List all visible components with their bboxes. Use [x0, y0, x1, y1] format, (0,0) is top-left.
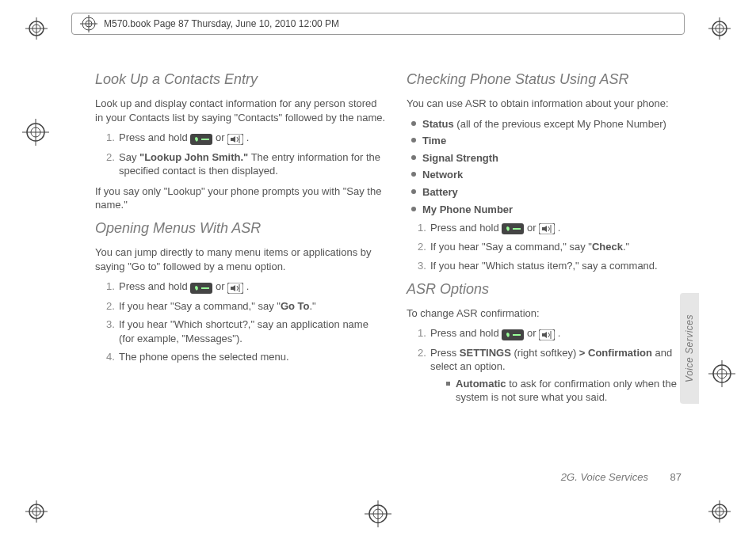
- list-number: 2.: [106, 299, 115, 314]
- list-item: 1. Press and hold or .: [106, 131, 386, 145]
- left-column: Look Up a Contacts Entry Look up and dis…: [95, 70, 386, 481]
- bold-text: "Lookup John Smith.": [139, 151, 248, 163]
- bullet-item: Signal Strength: [411, 151, 697, 165]
- list-number: 2.: [418, 346, 426, 360]
- list-item: 2. If you hear "Say a command," say "Che…: [418, 240, 697, 254]
- list-number: 2.: [418, 240, 426, 254]
- heading-lookup-contacts: Look Up a Contacts Entry: [95, 70, 386, 89]
- page-content: Look Up a Contacts Entry Look up and dis…: [95, 70, 697, 481]
- bold-text: Confirmation: [585, 347, 652, 359]
- para-lookup-intro: Look up and display contact information …: [95, 97, 386, 124]
- bold-text: Automatic: [456, 378, 506, 390]
- talk-key-icon: [502, 222, 524, 236]
- text: .: [246, 280, 250, 292]
- bullet-item: Status (all of the previous except My Ph…: [411, 117, 697, 131]
- text: If you hear "Say a command," say ": [430, 241, 592, 253]
- bold-text: Network: [422, 169, 463, 181]
- text: Press and hold: [430, 222, 502, 234]
- list-item: 2. If you hear "Say a command," say "Go …: [106, 299, 386, 314]
- text: The phone opens the selected menu.: [119, 351, 289, 363]
- list-number: 3.: [418, 259, 426, 273]
- bold-text: Check: [592, 241, 623, 253]
- list-number: 1.: [418, 326, 426, 340]
- speaker-key-icon: [227, 280, 243, 295]
- text: or: [527, 327, 539, 339]
- crop-mark-top-right: [708, 17, 731, 40]
- text: .": [623, 241, 629, 253]
- heading-phone-status: Checking Phone Status Using ASR: [407, 70, 697, 89]
- list-item: 1. Press and hold or .: [418, 221, 697, 235]
- bold-text: My Phone Number: [422, 203, 513, 215]
- list-item: 2. Press SETTINGS (right softkey) > Conf…: [418, 346, 697, 405]
- bullet-item: Battery: [411, 185, 697, 200]
- crop-mark-bottom-right: [708, 500, 731, 523]
- text: Say: [119, 151, 139, 163]
- text: Press and hold: [119, 280, 190, 292]
- text: If you hear "Say a command," say ": [119, 300, 281, 312]
- crop-mark-bottom-left: [25, 500, 48, 523]
- text: Press and hold: [119, 131, 190, 143]
- text: If you hear "Which status item?," say a …: [430, 260, 658, 272]
- section-side-tab: Voice Services: [680, 293, 699, 404]
- bullet-item: My Phone Number: [411, 203, 697, 217]
- crop-mark-top-left: [25, 17, 48, 40]
- text: Press and hold: [430, 327, 502, 339]
- list-number: 2.: [106, 150, 115, 165]
- para-status-intro: You can use ASR to obtain information ab…: [407, 97, 697, 111]
- bullet-item: Time: [411, 134, 697, 148]
- text: (all of the previous except My Phone Num…: [454, 118, 666, 130]
- para-lookup-note: If you say only "Lookup" your phone prom…: [95, 184, 386, 212]
- list-number: 1.: [106, 280, 115, 294]
- talk-key-icon: [502, 327, 524, 341]
- heading-opening-menus: Opening Menus With ASR: [95, 219, 386, 238]
- bold-text: SETTINGS: [460, 347, 511, 359]
- text: If you hear "Which shortcut?," say an ap…: [119, 318, 368, 344]
- heading-asr-options: ASR Options: [407, 280, 697, 299]
- list-item: 1. Press and hold or .: [418, 326, 697, 340]
- text: or: [216, 280, 227, 292]
- list-number: 3.: [106, 318, 115, 332]
- list-number: 1.: [106, 131, 115, 145]
- text: Press: [430, 347, 460, 359]
- crop-mark-right-mid: [708, 360, 735, 387]
- bold-text: Signal Strength: [422, 152, 498, 164]
- bold-text: Go To: [281, 300, 310, 312]
- bullet-item: Network: [411, 168, 697, 182]
- list-item: 2. Say "Lookup John Smith." The entry in…: [106, 150, 386, 178]
- page-header-bar: M570.book Page 87 Thursday, June 10, 201…: [71, 13, 685, 35]
- para-menus-intro: You can jump directly to many menu items…: [95, 245, 386, 273]
- page-footer: 2G. Voice Services 87: [95, 471, 682, 483]
- list-number: 1.: [418, 221, 426, 235]
- text: .: [246, 131, 250, 143]
- text: .: [558, 222, 561, 234]
- list-item: 4. The phone opens the selected menu.: [106, 350, 386, 364]
- list-item: 1. Press and hold or .: [106, 280, 386, 294]
- speaker-key-icon: [539, 327, 555, 341]
- header-registration-icon: [80, 15, 97, 32]
- text: or: [527, 222, 539, 234]
- list-item: 3. If you hear "Which status item?," say…: [418, 259, 697, 273]
- bold-text: Status: [422, 118, 454, 130]
- text: or: [216, 131, 227, 143]
- para-asr-options: To change ASR confirmation:: [407, 306, 697, 321]
- talk-key-icon: [190, 280, 212, 295]
- bold-text: Battery: [422, 186, 458, 198]
- crop-mark-left-mid: [22, 119, 49, 146]
- bold-text: Time: [422, 135, 446, 146]
- speaker-key-icon: [227, 131, 243, 146]
- speaker-key-icon: [539, 222, 555, 236]
- list-number: 4.: [106, 350, 115, 364]
- list-item: 3. If you hear "Which shortcut?," say an…: [106, 318, 386, 345]
- text: (right softkey): [511, 347, 579, 359]
- text: .": [309, 300, 315, 312]
- footer-page-number: 87: [670, 471, 682, 483]
- crop-mark-bottom-center: [365, 500, 391, 527]
- talk-key-icon: [190, 131, 212, 146]
- side-tab-label: Voice Services: [684, 314, 695, 382]
- footer-section: 2G. Voice Services: [561, 471, 648, 483]
- right-column: Checking Phone Status Using ASR You can …: [407, 70, 697, 481]
- page-header-text: M570.book Page 87 Thursday, June 10, 201…: [104, 18, 339, 29]
- text: .: [558, 327, 561, 339]
- sub-bullet-item: Automatic to ask for confirmation only w…: [446, 377, 697, 405]
